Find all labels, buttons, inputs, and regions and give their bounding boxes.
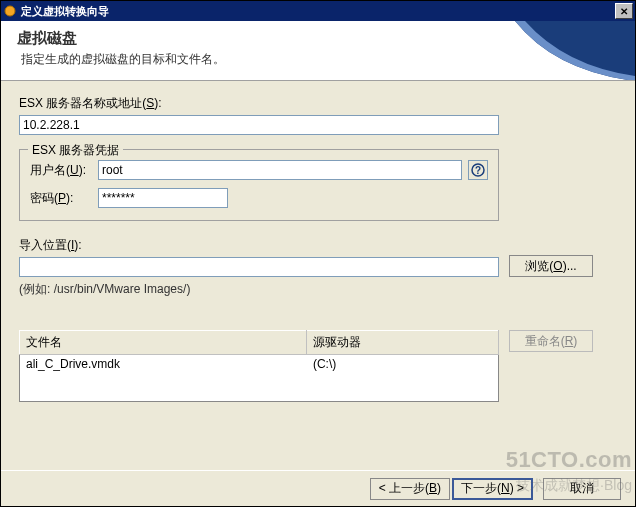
esx-credentials-group: ESX 服务器凭据 用户名(U): ? 密码(P): [19,149,499,221]
rename-button: 重命名(R) [509,330,593,352]
col-filename[interactable]: 文件名 [20,331,307,355]
wizard-footer: < 上一步(B) 下一步(N) > 取消 [1,470,635,506]
app-icon [3,4,17,18]
password-input[interactable] [98,188,228,208]
username-input[interactable] [98,160,462,180]
col-source-drive[interactable]: 源驱动器 [307,331,499,355]
esx-server-label: ESX 服务器名称或地址(S): [19,95,617,112]
import-location-hint: (例如: /usr/bin/VMware Images/) [19,281,617,298]
browse-button[interactable]: 浏览(O)... [509,255,593,277]
esx-credentials-legend: ESX 服务器凭据 [28,142,123,159]
esx-server-input[interactable] [19,115,499,135]
next-button[interactable]: 下一步(N) > [452,478,533,500]
help-button[interactable]: ? [468,160,488,180]
close-button[interactable]: ✕ [615,3,633,19]
import-location-row: 导入位置(I): 浏览(O)... [19,237,617,277]
import-location-label: 导入位置(I): [19,237,499,254]
username-label: 用户名(U): [30,162,98,179]
wizard-body: ESX 服务器名称或地址(S): ESX 服务器凭据 用户名(U): ? 密码(… [1,81,635,470]
import-location-input[interactable] [19,257,499,277]
wizard-window: 定义虚拟转换向导 ✕ 虚拟磁盘 指定生成的虚拟磁盘的目标和文件名。 ESX 服务… [0,0,636,507]
window-title: 定义虚拟转换向导 [21,4,615,19]
cancel-button[interactable]: 取消 [543,478,621,500]
svg-text:?: ? [475,165,481,176]
question-icon: ? [471,163,485,177]
disk-table-section: 文件名 源驱动器 ali_C_Drive.vmdk (C:\) 重命名(R) [19,330,617,402]
table-row[interactable]: ali_C_Drive.vmdk (C:\) [20,355,499,374]
cell-filename: ali_C_Drive.vmdk [20,355,307,374]
wizard-header: 虚拟磁盘 指定生成的虚拟磁盘的目标和文件名。 [1,21,635,81]
header-decoration [515,21,635,81]
password-label: 密码(P): [30,190,98,207]
back-button[interactable]: < 上一步(B) [370,478,450,500]
disk-table: 文件名 源驱动器 ali_C_Drive.vmdk (C:\) [19,330,499,402]
svg-point-0 [5,6,15,16]
cell-drive: (C:\) [307,355,499,374]
titlebar: 定义虚拟转换向导 ✕ [1,1,635,21]
esx-server-section: ESX 服务器名称或地址(S): [19,95,617,135]
